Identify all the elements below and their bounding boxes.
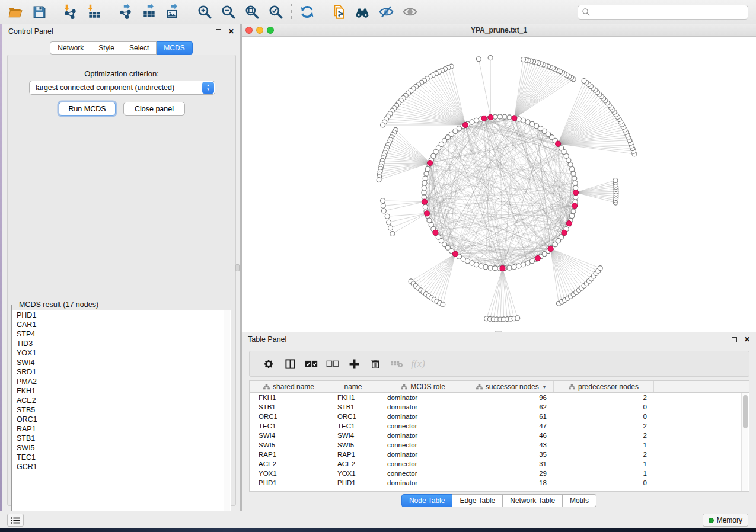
window-zoom-icon[interactable]: [267, 27, 274, 34]
window-minimize-icon[interactable]: [256, 27, 263, 34]
table-row[interactable]: STB1STB1dominator620: [250, 402, 749, 412]
control-panel: Control Panel ✕ NetworkStyleSelectMCDS O…: [2, 24, 241, 511]
tab-select[interactable]: Select: [122, 41, 157, 55]
show-columns-icon[interactable]: [279, 354, 301, 373]
mcds-result-item[interactable]: TEC1: [12, 453, 231, 462]
table-row[interactable]: SWI4SWI4dominator462: [250, 431, 749, 440]
mcds-result-item[interactable]: SRD1: [12, 367, 231, 377]
tab-mcds[interactable]: MCDS: [157, 41, 192, 55]
table-settings-icon[interactable]: [258, 354, 279, 373]
cell-predecessors: 1: [554, 440, 654, 450]
mcds-result-item[interactable]: STB1: [12, 434, 231, 443]
zoom-out-icon[interactable]: [216, 2, 240, 22]
network-canvas[interactable]: [242, 37, 755, 332]
table-row[interactable]: PHD1PHD1dominator180: [250, 478, 749, 488]
export-table-icon[interactable]: [138, 2, 161, 22]
refresh-layout-icon[interactable]: [295, 2, 319, 22]
mcds-node: [424, 211, 429, 216]
mcds-result-item[interactable]: SWI5: [12, 443, 231, 453]
table-header-row: shared namenameMCDS rolesuccessor nodes▾…: [250, 381, 749, 393]
zoom-in-icon[interactable]: [193, 2, 216, 22]
cell-successors: 43: [468, 440, 554, 450]
cell-name: ORC1: [328, 412, 378, 421]
tab-network[interactable]: Network: [50, 41, 91, 55]
mcds-result-item[interactable]: CAR1: [12, 320, 231, 329]
hide-graphics-details-icon[interactable]: [374, 2, 398, 22]
float-panel-icon[interactable]: [216, 29, 221, 34]
export-image-icon[interactable]: [161, 2, 185, 22]
mcds-node: [428, 160, 433, 165]
criterion-select[interactable]: largest connected component (undirected)…: [29, 81, 215, 95]
add-column-icon[interactable]: [343, 354, 365, 373]
zoom-fit-icon[interactable]: [240, 2, 264, 22]
vertical-splitter-handle[interactable]: [235, 264, 240, 271]
tab-style[interactable]: Style: [91, 41, 122, 55]
table-row[interactable]: YOX1YOX1connector291: [250, 469, 749, 478]
column-header-name[interactable]: name: [328, 381, 378, 392]
close-panel-button[interactable]: Close panel: [123, 102, 185, 116]
mcds-result-item[interactable]: TID3: [12, 339, 231, 348]
column-header-MCDS-role[interactable]: MCDS role: [378, 381, 468, 392]
close-panel-icon[interactable]: ✕: [228, 27, 234, 36]
table-row[interactable]: ACE2ACE2connector311: [250, 459, 749, 469]
memory-button[interactable]: Memory: [703, 514, 748, 527]
cell-predecessors: 0: [554, 412, 654, 421]
import-table-icon[interactable]: [82, 2, 106, 22]
export-network-icon[interactable]: [114, 2, 138, 22]
mcds-result-item[interactable]: PHD1: [12, 310, 231, 320]
unselect-all-columns-icon[interactable]: [322, 354, 343, 373]
mcds-result-item[interactable]: GCR1: [12, 462, 231, 472]
control-panel-title: Control Panel: [8, 27, 53, 36]
task-history-button[interactable]: [7, 514, 24, 527]
tab-network-table[interactable]: Network Table: [503, 494, 563, 507]
clone-network-icon[interactable]: [327, 2, 350, 22]
network-search-input[interactable]: [578, 5, 748, 20]
mcds-node: [572, 203, 578, 209]
cell-role: dominator: [378, 478, 468, 488]
cell-predecessors: 1: [554, 459, 654, 469]
window-close-icon[interactable]: [245, 27, 253, 34]
table-row[interactable]: RAP1RAP1dominator352: [250, 450, 749, 459]
tab-motifs[interactable]: Motifs: [563, 494, 596, 507]
cell-role: dominator: [378, 412, 468, 421]
table-row[interactable]: ORC1ORC1dominator610: [250, 412, 749, 421]
mcds-result-item[interactable]: ACE2: [12, 396, 231, 405]
mcds-result-item[interactable]: FKH1: [12, 386, 231, 396]
tab-node-table[interactable]: Node Table: [401, 494, 453, 507]
table-scrollbar[interactable]: [741, 393, 748, 491]
mcds-result-list[interactable]: PHD1CAR1STP4TID3YOX1SWI4SRD1PMA2FKH1ACE2…: [12, 310, 231, 524]
table-row[interactable]: SWI5SWI5connector431: [250, 440, 749, 450]
mcds-result-item[interactable]: ORC1: [12, 415, 231, 424]
table-scrollbar-thumb[interactable]: [743, 395, 748, 428]
close-panel-icon[interactable]: ✕: [744, 335, 750, 344]
mcds-result-item[interactable]: STP4: [12, 329, 231, 339]
search-network-icon[interactable]: [350, 2, 374, 22]
import-network-icon[interactable]: [59, 2, 82, 22]
table-row[interactable]: TEC1TEC1connector472: [250, 421, 749, 431]
mcds-result-item[interactable]: RAP1: [12, 424, 231, 434]
network-view-panel: YPA_prune.txt_1: [241, 24, 756, 332]
float-panel-icon[interactable]: [732, 337, 737, 342]
save-session-icon[interactable]: [27, 2, 51, 22]
tab-edge-table[interactable]: Edge Table: [452, 494, 503, 507]
column-header-successor-nodes[interactable]: successor nodes▾: [468, 381, 554, 392]
mcds-node: [535, 255, 540, 261]
mcds-result-item[interactable]: YOX1: [12, 348, 231, 358]
table-row[interactable]: FKH1FKH1dominator962: [250, 393, 749, 402]
run-mcds-button[interactable]: Run MCDS: [59, 102, 116, 116]
column-header-predecessor-nodes[interactable]: predecessor nodes: [554, 381, 654, 392]
mcds-result-title: MCDS result (17 nodes): [17, 300, 101, 309]
delete-columns-icon[interactable]: [365, 354, 386, 373]
select-all-columns-icon[interactable]: [301, 354, 322, 373]
cell-shared_name: TEC1: [250, 421, 328, 431]
mcds-list-scrollbar[interactable]: [224, 310, 230, 524]
cell-predecessors: 2: [554, 421, 654, 431]
open-session-icon[interactable]: [4, 2, 27, 22]
mcds-result-item[interactable]: SWI4: [12, 358, 231, 367]
mcds-node: [462, 122, 468, 127]
column-header-shared-name[interactable]: shared name: [250, 381, 328, 392]
mcds-result-item[interactable]: STB5: [12, 405, 231, 415]
zoom-selected-icon[interactable]: [264, 2, 288, 22]
show-graphics-details-icon[interactable]: [398, 2, 422, 22]
mcds-result-item[interactable]: PMA2: [12, 377, 231, 386]
